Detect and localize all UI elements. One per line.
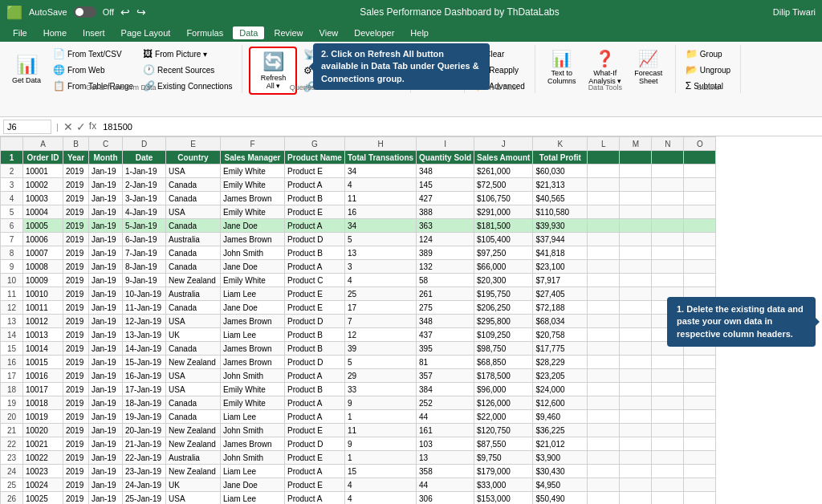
cell-22-1[interactable]: 10021 xyxy=(23,437,63,451)
cell-12-9[interactable]: 275 xyxy=(417,301,474,315)
cell-20-3[interactable]: Jan-19 xyxy=(89,410,123,424)
cell-14-6[interactable]: Liam Lee xyxy=(221,328,285,342)
cell-5-9[interactable]: 388 xyxy=(417,205,474,219)
cell-19-8[interactable]: 9 xyxy=(345,396,417,410)
cell-19-4[interactable]: 18-Jan-19 xyxy=(123,396,166,410)
cell-24-3[interactable]: Jan-19 xyxy=(89,465,123,478)
cell-20-10[interactable]: $22,000 xyxy=(474,410,533,424)
cell-17-8[interactable]: 29 xyxy=(345,369,417,383)
cell-24-5[interactable]: New Zealand xyxy=(166,465,221,478)
from-picture-button[interactable]: 🖼 From Picture ▾ xyxy=(140,47,235,61)
cell-26-6[interactable]: Liam Lee xyxy=(221,492,285,505)
cell-6-6[interactable]: Jane Doe xyxy=(221,219,285,233)
cell-13-6[interactable]: James Brown xyxy=(221,315,285,328)
cell-20-6[interactable]: Liam Lee xyxy=(221,410,285,424)
cell-6-3[interactable]: Jan-19 xyxy=(89,219,123,233)
col-header-a[interactable]: A xyxy=(23,137,63,151)
cell-21-4[interactable]: 20-Jan-19 xyxy=(123,424,166,437)
cell-23-2[interactable]: 2019 xyxy=(63,451,89,465)
cell-9-4[interactable]: 8-Jan-19 xyxy=(123,260,166,274)
cell-21-7[interactable]: Product E xyxy=(285,424,345,437)
menu-data[interactable]: Data xyxy=(233,26,264,39)
cell-17-6[interactable]: John Smith xyxy=(221,369,285,383)
cell-19-10[interactable]: $126,000 xyxy=(474,396,533,410)
col-header-k[interactable]: K xyxy=(533,137,588,151)
cell-11-11[interactable]: $27,405 xyxy=(533,287,588,301)
cell-11-10[interactable]: $195,750 xyxy=(474,287,533,301)
cell-15-1[interactable]: 10014 xyxy=(23,342,63,356)
cell-10-4[interactable]: 9-Jan-19 xyxy=(123,274,166,287)
cell-20-7[interactable]: Product A xyxy=(285,410,345,424)
cell-24-4[interactable]: 23-Jan-19 xyxy=(123,465,166,478)
cell-7-1[interactable]: 10006 xyxy=(23,233,63,246)
cell-9-6[interactable]: Jane Doe xyxy=(221,260,285,274)
cell-9-2[interactable]: 2019 xyxy=(63,260,89,274)
cell-25-9[interactable]: 44 xyxy=(417,478,474,492)
cell-23-4[interactable]: 22-Jan-19 xyxy=(123,451,166,465)
cell-9-10[interactable]: $66,000 xyxy=(474,260,533,274)
cell-14-3[interactable]: Jan-19 xyxy=(89,328,123,342)
cell-19-5[interactable]: Canada xyxy=(166,396,221,410)
cell-4-11[interactable]: $40,565 xyxy=(533,192,588,205)
recent-sources-button[interactable]: 🕐 Recent Sources xyxy=(140,63,235,77)
menu-developer[interactable]: Developer xyxy=(348,26,401,39)
cell-16-9[interactable]: 81 xyxy=(417,356,474,369)
cell-23-1[interactable]: 10022 xyxy=(23,451,63,465)
cell-2-10[interactable]: $261,000 xyxy=(474,165,533,178)
cell-14-5[interactable]: UK xyxy=(166,328,221,342)
cell-18-9[interactable]: 384 xyxy=(417,383,474,396)
cell-18-2[interactable]: 2019 xyxy=(63,383,89,396)
menu-home[interactable]: Home xyxy=(37,26,73,39)
cell-2-6[interactable]: Emily White xyxy=(221,165,285,178)
cell-3-5[interactable]: Canada xyxy=(166,178,221,192)
formula-input[interactable] xyxy=(100,120,819,133)
cell-10-2[interactable]: 2019 xyxy=(63,274,89,287)
cell-12-8[interactable]: 17 xyxy=(345,301,417,315)
cell-20-5[interactable]: Canada xyxy=(166,410,221,424)
cell-25-1[interactable]: 10024 xyxy=(23,478,63,492)
cell-5-8[interactable]: 16 xyxy=(345,205,417,219)
cell-6-4[interactable]: 5-Jan-19 xyxy=(123,219,166,233)
cell-14-9[interactable]: 437 xyxy=(417,328,474,342)
cell-7-8[interactable]: 5 xyxy=(345,233,417,246)
cell-5-6[interactable]: Emily White xyxy=(221,205,285,219)
cell-13-1[interactable]: 10012 xyxy=(23,315,63,328)
cell-14-1[interactable]: 10013 xyxy=(23,328,63,342)
cell-19-6[interactable]: Emily White xyxy=(221,396,285,410)
cell-7-10[interactable]: $105,400 xyxy=(474,233,533,246)
insert-function-icon[interactable]: fx xyxy=(89,120,96,133)
cell-19-1[interactable]: 10018 xyxy=(23,396,63,410)
cell-26-1[interactable]: 10025 xyxy=(23,492,63,505)
cell-2-8[interactable]: 34 xyxy=(345,165,417,178)
cell-5-11[interactable]: $110,580 xyxy=(533,205,588,219)
autosave-toggle[interactable] xyxy=(74,6,96,18)
cell-12-10[interactable]: $206,250 xyxy=(474,301,533,315)
col-header-e[interactable]: E xyxy=(166,137,221,151)
cell-7-2[interactable]: 2019 xyxy=(63,233,89,246)
cell-13-11[interactable]: $68,034 xyxy=(533,315,588,328)
cell-20-2[interactable]: 2019 xyxy=(63,410,89,424)
cell-24-6[interactable]: Liam Lee xyxy=(221,465,285,478)
cell-6-1[interactable]: 10005 xyxy=(23,219,63,233)
col-header-m[interactable]: M xyxy=(620,137,652,151)
cell-7-11[interactable]: $37,944 xyxy=(533,233,588,246)
cell-8-11[interactable]: $41,818 xyxy=(533,246,588,260)
cell-25-3[interactable]: Jan-19 xyxy=(89,478,123,492)
cell-21-10[interactable]: $120,750 xyxy=(474,424,533,437)
cell-22-2[interactable]: 2019 xyxy=(63,437,89,451)
cell-12-4[interactable]: 11-Jan-19 xyxy=(123,301,166,315)
cell-10-3[interactable]: Jan-19 xyxy=(89,274,123,287)
cell-6-11[interactable]: $39,930 xyxy=(533,219,588,233)
cell-25-10[interactable]: $33,000 xyxy=(474,478,533,492)
cell-23-6[interactable]: John Smith xyxy=(221,451,285,465)
cell-21-1[interactable]: 10020 xyxy=(23,424,63,437)
cell-18-4[interactable]: 17-Jan-19 xyxy=(123,383,166,396)
cell-4-9[interactable]: 427 xyxy=(417,192,474,205)
cell-4-10[interactable]: $106,750 xyxy=(474,192,533,205)
cell-21-8[interactable]: 11 xyxy=(345,424,417,437)
cell-8-5[interactable]: Canada xyxy=(166,246,221,260)
cell-18-10[interactable]: $96,000 xyxy=(474,383,533,396)
cell-10-5[interactable]: New Zealand xyxy=(166,274,221,287)
cell-8-6[interactable]: John Smith xyxy=(221,246,285,260)
scroll-wrapper[interactable]: A B C D E F G H I J K L M N O xyxy=(0,136,822,504)
